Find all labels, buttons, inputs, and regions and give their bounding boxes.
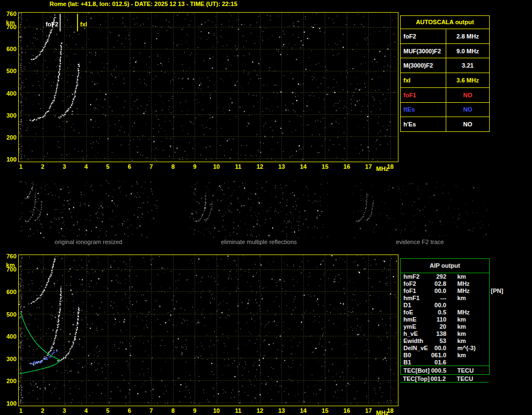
x-axis-tick-label: 2 — [37, 407, 49, 414]
aip-param-unit: km — [457, 352, 466, 358]
autoscala-param-value: NO — [446, 117, 489, 131]
aip-param-label: hmF2 — [403, 273, 431, 280]
scaled-ionogram-canvas — [19, 13, 397, 161]
y-axis-tick-label: 760 — [1, 10, 16, 17]
aip-row-hmF1: hmF1---km — [401, 295, 489, 302]
aip-row-D1: D100.0 — [401, 302, 489, 309]
x-axis-tick-label: 11 — [232, 163, 244, 170]
y-axis-tick-label: 600 — [1, 289, 16, 295]
autoscala-row-foF2: foF22.8 MHz — [401, 29, 489, 44]
autoscala-param-label: foF2 — [401, 29, 446, 43]
aip-table-header: AIP output — [401, 259, 489, 273]
x-axis-tick-label: 17 — [362, 407, 374, 414]
x-axis-unit-label: MHz — [376, 165, 389, 172]
x-axis-tick-label: 8 — [167, 407, 179, 414]
x-axis-tick-label: 4 — [80, 407, 92, 414]
x-axis-tick-label: 5 — [102, 163, 114, 170]
y-axis-unit-label: km — [1, 262, 15, 268]
x-axis-tick-label: 7 — [145, 407, 157, 414]
aip-param-value: 00.0 — [431, 345, 446, 351]
x-axis-tick-label: 8 — [167, 163, 179, 170]
x-axis-tick-label: 15 — [319, 407, 331, 414]
autoscala-param-label: fxI — [401, 73, 446, 87]
aip-param-value: 02.8 — [431, 280, 446, 287]
autoscala-row-h'Es: h'EsNO — [401, 117, 489, 131]
autoscala-table-header: AUTOSCALA output — [401, 16, 489, 29]
y-axis-unit-label: km — [1, 19, 15, 26]
autoscala-row-foF1: foF1NO — [401, 88, 489, 103]
y-axis-tick-label: 200 — [1, 134, 16, 141]
aip-table-body: hmF2292kmfoF202.8MHzfoF100.0MHz[PN]hmF1-… — [401, 273, 489, 366]
aip-param-value: 0.5 — [431, 309, 446, 316]
aip-param-unit: MHz — [457, 287, 470, 294]
x-axis-tick-label: 1 — [15, 407, 27, 414]
aip-param-value: 20 — [431, 323, 446, 330]
aip-param-unit: km — [457, 337, 466, 344]
aip-ionogram-canvas — [19, 255, 397, 405]
aip-param-label: hmF1 — [403, 295, 431, 301]
aip-param-value: --- — [431, 295, 446, 301]
y-axis-tick-label: 760 — [1, 253, 16, 259]
thumbnail-caption: evidence F2 trace — [351, 239, 489, 245]
x-axis-tick-label: 15 — [319, 163, 331, 170]
y-axis-tick-label: 600 — [1, 46, 16, 52]
aip-param-label: DelN_vE — [403, 345, 431, 351]
x-axis-tick-label: 13 — [275, 163, 287, 170]
autoscala-param-value: 2.8 MHz — [446, 29, 489, 43]
aip-row-Ewidth: Ewidth53km — [401, 337, 489, 344]
aip-param-label: D1 — [403, 302, 431, 308]
aip-param-value: 110 — [431, 316, 446, 323]
aip-param-unit: km — [457, 330, 466, 337]
tec-top-unit: TECU — [457, 375, 473, 382]
thumbnail-evidence-f2-trace — [351, 180, 489, 238]
x-axis-tick-label: 17 — [362, 163, 374, 170]
y-axis-tick-label: 100 — [1, 400, 16, 407]
x-axis-tick-label: 2 — [37, 163, 49, 170]
aip-param-label: B1 — [403, 359, 431, 366]
aip-param-label: ymE — [403, 323, 431, 330]
autoscala-param-value: NO — [446, 103, 489, 117]
y-axis-tick-label: 300 — [1, 112, 16, 119]
tec-top-label: TEC[Top] — [403, 375, 430, 382]
autoscala-window: Rome (lat: +41.8, lon: 012.5) - DATE: 20… — [0, 0, 532, 415]
x-axis-tick-label: 12 — [254, 163, 266, 170]
aip-row-foF1: foF100.0MHz[PN] — [401, 287, 489, 295]
aip-param-value: 061.0 — [431, 352, 446, 358]
scaled-ionogram-plot: foF2fxI — [18, 12, 398, 162]
aip-row-hmF2: hmF2292km — [401, 273, 489, 280]
freq-marker-label-fxI: fxI — [80, 21, 87, 27]
x-axis-tick-label: 10 — [210, 407, 223, 414]
x-axis-unit-label: MHz — [376, 410, 389, 415]
autoscala-table-body: foF22.8 MHzMUF(3000)F29.0 MHzM(3000)F23.… — [401, 29, 489, 131]
y-axis-tick-label: 400 — [1, 90, 16, 97]
x-axis-tick-label: 3 — [58, 407, 70, 414]
aip-param-unit: MHz — [457, 309, 470, 316]
station-date-time-title: Rome (lat: +41.8, lon: 012.5) - DATE: 20… — [49, 1, 237, 7]
autoscala-row-M(3000)F2: M(3000)F23.21 — [401, 58, 489, 73]
x-axis-tick-label: 14 — [297, 163, 309, 170]
y-axis-tick-label: 100 — [1, 156, 16, 163]
thumbnail-caption: original ionogram resized — [19, 239, 158, 245]
aip-param-label: foF1 — [403, 287, 431, 294]
aip-param-label: hmE — [403, 316, 431, 323]
aip-row-hmE: hmE110km — [401, 316, 489, 323]
thumbnail-caption: eliminate multiple reflections — [190, 239, 328, 245]
y-axis-tick-label: 500 — [1, 68, 16, 74]
x-axis-tick-label: 11 — [232, 407, 244, 414]
autoscala-param-value: NO — [446, 88, 489, 102]
aip-param-value: 00.0 — [431, 287, 446, 294]
y-axis-tick-label: 200 — [1, 378, 16, 384]
x-axis-tick-label: 9 — [189, 163, 201, 170]
autoscala-param-label: ftEs — [401, 103, 446, 117]
aip-param-unit: km — [457, 316, 466, 323]
autoscala-row-fxI: fxI3.6 MHz — [401, 73, 489, 88]
aip-output-table: AIP output hmF2292kmfoF202.8MHzfoF100.0M… — [400, 258, 490, 375]
x-axis-tick-label: 16 — [341, 163, 353, 170]
aip-row-h_vE: h_vE138km — [401, 330, 489, 337]
aip-param-note: [PN] — [491, 287, 503, 294]
freq-marker-label-foF2: foF2 — [43, 21, 58, 27]
y-axis-tick-label: 500 — [1, 311, 16, 318]
aip-param-label: h_vE — [403, 330, 431, 337]
autoscala-param-label: h'Es — [401, 117, 446, 131]
x-axis-tick-label: 1 — [15, 163, 27, 170]
